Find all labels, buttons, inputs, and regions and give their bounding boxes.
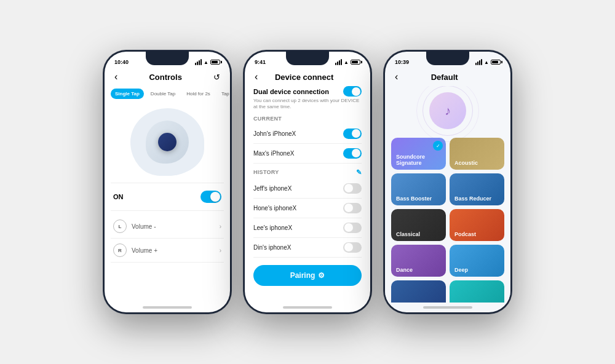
eq-card-bass-booster[interactable]: Bass Booster (391, 173, 446, 205)
eq-label-bass-booster: Bass Booster (396, 196, 432, 202)
eq-label-podcast: Podcast (454, 231, 476, 237)
time-1: 10:40 (114, 59, 129, 65)
eq-grid: ✓ SoundcoreSignature Acoustic Bass Boost… (391, 138, 504, 303)
on-toggle[interactable] (200, 191, 221, 203)
notch-1 (146, 52, 189, 65)
signal-icon-2 (335, 59, 342, 65)
nav-bar-3: ‹ Default (385, 69, 510, 86)
device-lee-toggle[interactable] (343, 223, 362, 233)
eq-label-acoustic: Acoustic (454, 160, 478, 166)
dual-device-row: Dual device connection (253, 86, 362, 97)
dual-device-title: Dual device connection (253, 88, 329, 95)
device-jeff: Jeff's iphoneX (253, 179, 362, 199)
eq-card-electronic[interactable]: Electronic (391, 280, 446, 303)
tab-double-tap[interactable]: Double Tap (146, 89, 180, 99)
on-label: ON (113, 193, 124, 200)
home-indicator-1 (143, 306, 192, 309)
device-din-toggle[interactable] (343, 242, 362, 253)
time-3: 10:39 (395, 59, 409, 65)
phone-device-connect: 9:41 ▲ ‹ Device connect (243, 50, 372, 314)
device-max: Max's iPhoneX (253, 144, 362, 164)
nav-bar-2: ‹ Device connect (245, 69, 370, 86)
eq-card-dance[interactable]: Dance (391, 245, 446, 277)
device-john: John's iPhoneX (253, 124, 362, 144)
notch-3 (426, 52, 469, 65)
phone-controls: 10:40 ▲ ‹ Controls ↺ (103, 50, 232, 314)
home-indicator-2 (283, 306, 332, 309)
tab-hold-2s[interactable]: Hold for 2s (182, 89, 215, 99)
page-title-1: Controls (149, 73, 181, 82)
eq-label-deep: Deep (454, 267, 468, 273)
volume-left-row[interactable]: L Volume - › (111, 215, 224, 239)
battery-icon-1 (210, 60, 220, 65)
eq-card-deep[interactable]: Deep (450, 245, 504, 277)
edit-icon[interactable]: ✎ (356, 168, 362, 176)
back-button-3[interactable]: ‹ (395, 71, 398, 82)
pairing-button[interactable]: Pairing ⚙ (253, 265, 362, 286)
current-section-label: Current (253, 116, 362, 122)
right-badge: R (113, 243, 127, 257)
back-button-1[interactable]: ‹ (114, 71, 117, 82)
refresh-button-1[interactable]: ↺ (213, 73, 220, 82)
dual-device-desc: You can connect up 2 devices with your D… (253, 98, 362, 111)
eq-screen: ♪ ✓ SoundcoreSignature Acoustic Bass Boo… (385, 86, 510, 303)
device-connect-screen: Dual device connection You can connect u… (245, 86, 370, 303)
wifi-icon-1: ▲ (204, 60, 208, 65)
device-lee-name: Lee's iphoneX (253, 224, 292, 231)
volume-right-row[interactable]: R Volume + › (111, 239, 224, 263)
eq-label-classical: Classical (396, 231, 420, 237)
device-din: Din's iphoneX (253, 238, 362, 258)
volume-left-arrow: › (220, 223, 221, 230)
eq-card-classical[interactable]: Classical (391, 209, 446, 241)
battery-icon-3 (491, 60, 501, 65)
pairing-icon: ⚙ (318, 271, 325, 280)
nav-bar-1: ‹ Controls ↺ (105, 69, 230, 86)
eq-label-dance: Dance (396, 267, 413, 273)
eq-label-bass-reducer: Bass Reducer (454, 196, 491, 202)
pairing-label: Pairing (290, 271, 315, 280)
eq-card-flat[interactable]: Flat (450, 280, 504, 303)
dual-device-toggle[interactable] (343, 86, 362, 97)
device-hone-toggle[interactable] (343, 203, 362, 213)
earphone-image (111, 105, 224, 179)
page-title-2: Device connect (275, 73, 333, 82)
signal-icon-1 (195, 59, 202, 65)
device-hone-name: Hone's iphoneX (253, 205, 296, 212)
tab-single-tap[interactable]: Single Tap (111, 89, 144, 99)
controls-screen: Single Tap Double Tap Hold for 2s Tap 3 … (105, 86, 230, 303)
device-john-toggle[interactable] (343, 129, 362, 139)
phones-container: 10:40 ▲ ‹ Controls ↺ (90, 38, 525, 326)
signal-icon-3 (475, 59, 482, 65)
eq-card-podcast[interactable]: Podcast (450, 209, 504, 241)
wifi-icon-3: ▲ (484, 60, 489, 65)
on-toggle-row: ON (111, 187, 224, 207)
back-button-2[interactable]: ‹ (255, 71, 258, 82)
left-badge: L (113, 220, 127, 233)
page-title-3: Default (431, 73, 458, 82)
device-max-toggle[interactable] (343, 148, 362, 159)
device-john-name: John's iPhoneX (253, 130, 296, 137)
music-note-icon: ♪ (445, 104, 451, 118)
eq-card-bass-reducer[interactable]: Bass Reducer (450, 173, 504, 205)
device-jeff-toggle[interactable] (343, 183, 362, 194)
eq-card-soundcore[interactable]: ✓ SoundcoreSignature (391, 138, 446, 170)
music-icon-container: ♪ (391, 86, 504, 135)
notch-2 (286, 52, 329, 65)
time-2: 9:41 (255, 59, 266, 65)
selected-checkmark: ✓ (433, 141, 443, 151)
device-din-name: Din's iphoneX (253, 244, 291, 251)
battery-icon-2 (351, 60, 360, 65)
history-section: History ✎ (253, 168, 362, 176)
tab-tap-3[interactable]: Tap 3 Tir (217, 89, 230, 99)
eq-card-acoustic[interactable]: Acoustic (450, 138, 504, 170)
history-label: History (253, 169, 279, 175)
device-jeff-name: Jeff's iphoneX (253, 185, 292, 192)
eq-label-soundcore: SoundcoreSignature (396, 154, 425, 166)
volume-right-arrow: › (220, 247, 221, 254)
device-hone: Hone's iphoneX (253, 199, 362, 218)
device-lee: Lee's iphoneX (253, 218, 362, 238)
phone-eq: 10:39 ▲ ‹ Default (383, 50, 512, 314)
volume-left-text: Volume - (132, 223, 156, 230)
tab-bar: Single Tap Double Tap Hold for 2s Tap 3 … (111, 89, 224, 99)
wifi-icon-2: ▲ (344, 60, 349, 65)
